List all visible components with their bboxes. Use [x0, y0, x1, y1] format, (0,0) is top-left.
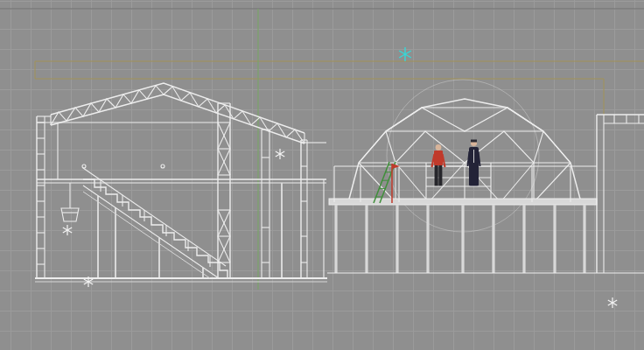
suspended-basket[interactable]: [61, 183, 79, 221]
right-wing-structure[interactable]: [597, 115, 644, 273]
scene-svg: [0, 0, 644, 350]
torso: [434, 150, 443, 165]
roof-truss[interactable]: [51, 83, 304, 144]
handrail-posts: [101, 180, 210, 267]
staircase[interactable]: [83, 168, 228, 278]
person-red[interactable]: [432, 144, 445, 186]
left-building[interactable]: [35, 116, 327, 282]
point-helper-star-cyan[interactable]: [399, 47, 411, 61]
leg: [438, 165, 442, 186]
circle-marker[interactable]: [82, 164, 86, 168]
leg: [435, 165, 438, 186]
platform-columns: [336, 205, 584, 273]
platform-beam: [329, 199, 597, 205]
ladder-wall: [37, 116, 51, 278]
person-dark[interactable]: [468, 140, 480, 187]
right-wall: [301, 140, 326, 278]
scaffold-tower[interactable]: [218, 103, 230, 278]
viewport-canvas[interactable]: [0, 0, 644, 350]
point-helper-star[interactable]: [608, 298, 617, 308]
head: [436, 144, 442, 150]
railing-posts: [334, 166, 570, 202]
hair: [471, 140, 477, 143]
point-helper-star[interactable]: [276, 149, 284, 159]
point-helper-star[interactable]: [63, 225, 72, 235]
bounding-lines[interactable]: [35, 61, 644, 116]
circle-marker[interactable]: [161, 164, 164, 168]
mid-post: [262, 130, 270, 278]
